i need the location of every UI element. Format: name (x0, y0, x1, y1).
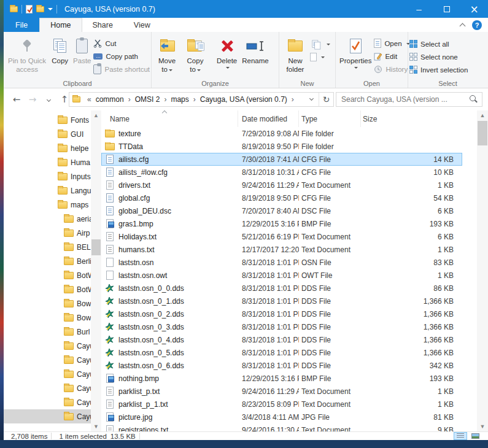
breadcrumb-separator-icon[interactable]: › (190, 95, 199, 104)
table-row[interactable]: global.cfg 8/19/2018 9:50 PM CFG File 54… (101, 191, 462, 204)
search-icon[interactable] (468, 95, 478, 104)
copy-button[interactable]: Copy (49, 34, 71, 66)
delete-button[interactable]: Delete (214, 34, 239, 69)
sidebar-tree-item[interactable]: helpe (4, 141, 91, 155)
sidebar-tree-item[interactable]: Huma (4, 155, 91, 169)
scroll-down-icon[interactable]: ▼ (91, 422, 101, 431)
help-icon[interactable]: ? (472, 20, 482, 30)
sidebar-tree-item[interactable]: Fonts (4, 113, 91, 127)
thumbnails-view-button[interactable] (468, 432, 482, 440)
table-row[interactable]: laststn.osn_0_4.dds 8/31/2018 1:01 PM DD… (101, 333, 462, 346)
file-list-scrollbar[interactable]: ▲ ▼ (477, 110, 488, 431)
open-button[interactable]: Open (374, 37, 409, 50)
sidebar-tree-item[interactable]: aeria (4, 212, 91, 226)
table-row[interactable]: gras1.bmp 12/29/2015 3:16 PM BMP File 19… (101, 217, 462, 230)
sidebar-tree-item[interactable]: Langu (4, 183, 91, 198)
tab-file[interactable]: File (4, 18, 39, 32)
history-button[interactable]: History (374, 63, 409, 75)
tab-view[interactable]: View (123, 18, 161, 32)
edit-button[interactable]: Edit (374, 50, 409, 63)
table-row[interactable]: TTData 8/19/2018 9:50 PM File folder (101, 140, 462, 153)
table-row[interactable]: laststn.osn_0_5.dds 8/31/2018 1:01 PM DD… (101, 346, 462, 359)
table-row[interactable]: ailists_#low.cfg 8/31/2018 10:31 AM CFG … (101, 166, 462, 179)
pin-to-quick-access-button[interactable]: Pin to Quick access (5, 34, 49, 74)
scrollbar-thumb[interactable] (478, 121, 487, 145)
breadcrumb-item[interactable]: OMSI 2 (134, 95, 161, 104)
copy-path-button[interactable]: ... Copy path (93, 50, 150, 63)
table-row[interactable]: laststn.osn_0_3.dds 8/31/2018 1:01 PM DD… (101, 320, 462, 333)
table-row[interactable]: global_DEU.dsc 7/20/2017 8:40 AM DSC Fil… (101, 204, 462, 217)
table-row[interactable]: drivers.txt 9/24/2016 11:29 AM Text Docu… (101, 179, 462, 191)
tab-home[interactable]: Home (39, 18, 82, 32)
table-row[interactable]: picture.jpg 3/4/2018 4:11 AM JPG File 81… (101, 411, 462, 423)
sidebar-tree-item[interactable]: Airp (4, 226, 91, 240)
table-row[interactable]: laststn.osn_0_6.dds 8/31/2018 1:01 PM DD… (101, 359, 462, 372)
sidebar-tree-item[interactable]: Bow (4, 296, 91, 311)
sidebar-tree-item[interactable]: BotW (4, 282, 91, 296)
paste-button[interactable]: Paste (71, 34, 93, 66)
table-row[interactable]: ailists.cfg 7/30/2018 7:41 AM CFG File 1… (101, 153, 462, 166)
breadcrumb-item[interactable]: maps (169, 95, 190, 104)
breadcrumb-separator-icon[interactable]: › (289, 95, 297, 104)
refresh-button[interactable]: ↻ (319, 93, 333, 106)
move-to-button[interactable]: Move to (153, 34, 181, 74)
column-header-type[interactable]: Type (299, 110, 361, 127)
properties-qat-icon[interactable] (26, 5, 33, 14)
table-row[interactable]: parklist_p.txt 9/24/2016 11:29 AM Text D… (101, 385, 462, 398)
table-row[interactable]: laststn.osn_0_2.dds 8/31/2018 1:01 PM DD… (101, 307, 462, 320)
taskbar[interactable] (0, 440, 488, 448)
breadcrumb-item[interactable]: Cayuga, USA (version 0.7) (199, 95, 289, 104)
minimize-button[interactable]: – (405, 0, 433, 18)
table-row[interactable]: texture 7/29/2018 9:08 AM File folder (101, 127, 462, 140)
sidebar-tree-item[interactable]: Cayu (4, 409, 91, 423)
breadcrumb-item[interactable]: common (95, 95, 125, 104)
sidebar-tree-item[interactable]: BELB (4, 240, 91, 254)
table-row[interactable]: laststn.osn_0_0.dds 8/31/2018 1:01 PM DD… (101, 282, 462, 295)
scroll-up-icon[interactable]: ▲ (91, 110, 101, 120)
search-input[interactable] (336, 95, 468, 104)
close-button[interactable]: × (460, 0, 488, 18)
back-button[interactable]: ← (9, 94, 25, 105)
invert-selection-button[interactable]: Invert selection (409, 63, 468, 76)
collapse-ribbon-icon[interactable] (460, 23, 466, 29)
sidebar-scrollbar[interactable]: ▲ ▼ (91, 110, 101, 431)
sidebar-tree-item[interactable]: Berli (4, 254, 91, 268)
table-row[interactable]: humans.txt 12/17/2017 12:20 Text Documen… (101, 243, 462, 256)
new-folder-qat-icon[interactable] (36, 6, 44, 12)
sidebar-tree-item[interactable]: maps (4, 198, 91, 212)
scrollbar-thumb[interactable] (91, 239, 101, 255)
table-row[interactable]: laststn.osn.owt 8/31/2018 1:01 PM OWT Fi… (101, 269, 462, 282)
table-row[interactable]: Holidays.txt 5/21/2016 6:19 PM Text Docu… (101, 230, 462, 243)
column-header-size[interactable]: Size (361, 110, 462, 127)
table-row[interactable]: registrations.txt 9/24/2016 11:30 AM Tex… (101, 423, 462, 431)
sidebar-tree-item[interactable]: GUI (4, 127, 91, 141)
sidebar-tree-item[interactable]: Burl (4, 325, 91, 339)
column-header-name[interactable]: Name (101, 110, 238, 127)
new-folder-button[interactable]: New folder (281, 34, 310, 74)
properties-button[interactable]: Properties (337, 34, 374, 69)
sidebar-tree-item[interactable]: Cayu (4, 367, 91, 381)
tab-share[interactable]: Share (82, 18, 123, 32)
sidebar-tree-item[interactable]: Inputs (4, 169, 91, 183)
table-row[interactable]: nothing.bmp 12/29/2015 3:16 PM BMP File … (101, 372, 462, 385)
scroll-down-icon[interactable]: ▼ (477, 422, 488, 431)
new-item-button[interactable] (310, 37, 330, 50)
sidebar-tree-item[interactable]: BotW (4, 268, 91, 282)
address-dropdown-button[interactable] (304, 93, 319, 106)
qat-dropdown-icon[interactable] (48, 8, 53, 13)
maximize-button[interactable] (433, 0, 460, 18)
table-row[interactable]: laststn.osn 8/31/2018 1:01 PM OSN File 8… (101, 256, 462, 269)
copy-to-button[interactable]: Copy to (181, 34, 209, 74)
sidebar-tree-item[interactable]: Cayu (4, 395, 91, 409)
details-view-button[interactable] (454, 432, 467, 440)
scroll-up-icon[interactable]: ▲ (477, 110, 488, 120)
column-header-date-modified[interactable]: Date modified (238, 110, 299, 127)
easy-access-button[interactable] (310, 50, 330, 63)
select-all-button[interactable]: Select all (409, 37, 468, 50)
paste-shortcut-button[interactable]: Paste shortcut (93, 63, 150, 75)
sidebar-tree-item[interactable]: Cayu (4, 381, 91, 395)
sidebar-tree-item[interactable]: Cayu (4, 353, 91, 367)
table-row[interactable]: laststn.osn_0_1.dds 8/31/2018 1:01 PM DD… (101, 295, 462, 307)
breadcrumb-separator-icon[interactable]: › (125, 95, 134, 104)
cut-button[interactable]: Cut (93, 37, 150, 50)
